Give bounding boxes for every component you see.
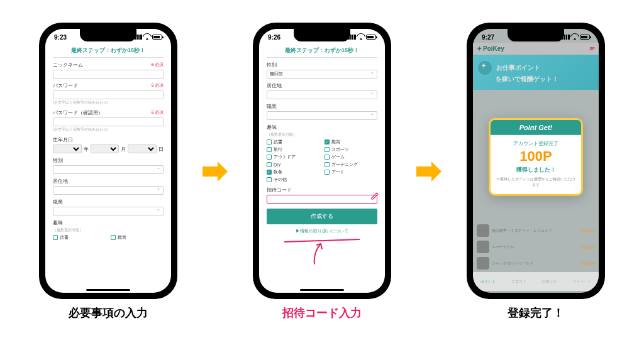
- list-item[interactable]: 謎の館争・ミステリー・レジェンド9000P: [473, 222, 599, 239]
- occupation-select[interactable]: [53, 207, 164, 215]
- create-button[interactable]: 作成する: [267, 209, 377, 224]
- phone-step3: 9:27 ✦ PoiKey 0P お仕事ポイント を稼いで報酬ゲット！ Poin…: [467, 23, 605, 299]
- checkbox-art[interactable]: [325, 170, 330, 175]
- password-input[interactable]: [53, 90, 164, 99]
- arrow-right-icon: [201, 160, 229, 183]
- nickname-label: ニックネーム: [53, 62, 83, 68]
- wifi-icon: [144, 35, 150, 40]
- nav-quest[interactable]: クエスト: [511, 279, 526, 285]
- battery-icon: [366, 35, 376, 40]
- password-confirm-label: パスワード（確認用）: [53, 109, 103, 116]
- dob-day-select[interactable]: [128, 144, 157, 153]
- home-indicator: [300, 289, 344, 291]
- checkbox-food[interactable]: [267, 170, 272, 175]
- gender-label: 性別: [53, 157, 63, 164]
- residence-select[interactable]: [267, 90, 377, 99]
- nickname-input[interactable]: [53, 70, 164, 79]
- modal-subtitle: アカウント登録完了: [496, 140, 576, 147]
- step-title: 最終ステップ：わずか15秒！: [267, 46, 377, 58]
- nav-notice[interactable]: お知らせ: [541, 279, 557, 285]
- caption-step3: 登録完了！: [508, 305, 564, 320]
- residence-label: 居住地: [53, 178, 68, 185]
- checkbox-gardening[interactable]: [325, 162, 330, 167]
- thumb-icon: [477, 224, 489, 237]
- dob-year-select[interactable]: [53, 144, 82, 153]
- invite-code-input[interactable]: [267, 195, 377, 204]
- password-hint: (全文字以上英数字の組み合わせ): [53, 127, 164, 133]
- modal-points: 100P: [496, 148, 576, 165]
- list-item[interactable]: エバーテイル9750P: [473, 239, 599, 255]
- phone-step2: 9:26 最終ステップ：わずか15秒！ 性別無回答 居住地 職業 趣味（複数選択…: [253, 23, 391, 299]
- status-time: 9:26: [268, 34, 280, 41]
- caption-step2: 招待コード入力: [282, 305, 362, 320]
- thumb-icon: [477, 241, 489, 253]
- required-badge: ※必須: [150, 62, 164, 68]
- residence-select[interactable]: [53, 186, 164, 195]
- list-item[interactable]: ジャックポットワールド6000P: [473, 255, 599, 271]
- hobby-label: 趣味: [267, 124, 277, 131]
- password-label: パスワード: [53, 82, 78, 89]
- dob-month-select[interactable]: [91, 144, 119, 153]
- wifi-icon: [358, 35, 364, 40]
- star-icon: [478, 61, 492, 75]
- checkbox-reading[interactable]: [53, 235, 58, 240]
- checkbox-diy[interactable]: [267, 162, 272, 167]
- status-time: 9:23: [54, 34, 67, 41]
- checkbox-sports[interactable]: [325, 147, 330, 152]
- hobby-label: 趣味: [53, 219, 63, 226]
- checkbox-other[interactable]: [267, 177, 272, 182]
- occupation-select[interactable]: [267, 111, 377, 120]
- point-get-modal: Point Get! アカウント登録完了 100P 獲得しました！ ※獲得したポ…: [489, 118, 583, 196]
- checkbox-travel[interactable]: [267, 147, 272, 152]
- home-indicator: [86, 289, 130, 291]
- nav-points[interactable]: ポイント: [480, 279, 496, 285]
- battery-icon: [152, 35, 162, 40]
- gender-label: 性別: [267, 62, 277, 68]
- required-badge: ※必須: [150, 109, 164, 116]
- thumb-icon: [477, 257, 489, 270]
- checkbox-kansho[interactable]: [111, 235, 116, 240]
- gender-select[interactable]: [53, 165, 164, 174]
- checkbox-game[interactable]: [325, 155, 330, 160]
- bottom-nav: ポイント クエスト お知らせ マイページ: [473, 272, 599, 291]
- residence-label: 居住地: [267, 82, 282, 89]
- modal-title: Point Get!: [491, 120, 581, 135]
- notch: [508, 29, 564, 41]
- annotation-arrow-icon: [309, 240, 328, 268]
- pen-icon: [370, 192, 379, 200]
- notch: [80, 29, 136, 41]
- invite-label: 招待コード: [267, 187, 292, 194]
- caption-step1: 必要事項の入力: [69, 305, 148, 320]
- dob-label: 生年月日: [53, 136, 73, 143]
- privacy-link[interactable]: ▶情報の取り扱いについて: [267, 228, 377, 234]
- nav-mypage[interactable]: マイページ: [572, 279, 591, 285]
- phone-step1: 9:23 最終ステップ：わずか15秒！ ニックネーム※必須 パスワード※必須(全…: [39, 23, 177, 299]
- occupation-label: 職業: [267, 103, 277, 110]
- password-confirm-input[interactable]: [53, 117, 164, 126]
- occupation-label: 職業: [53, 199, 63, 205]
- required-badge: ※必須: [150, 82, 164, 89]
- modal-message: 獲得しました！: [496, 166, 576, 174]
- gender-select[interactable]: 無回答: [267, 70, 377, 79]
- arrow-right-icon: [415, 160, 443, 183]
- offer-list: 謎の館争・ミステリー・レジェンド9000P エバーテイル9750P ジャックポッ…: [473, 222, 599, 271]
- notch: [294, 29, 350, 41]
- step-title: 最終ステップ：わずか15秒！: [53, 46, 164, 58]
- checkbox-kansho[interactable]: [325, 139, 330, 144]
- checkbox-reading[interactable]: [267, 139, 272, 144]
- modal-note: ※獲得したポイントは履歴からご確認いただけます: [496, 177, 576, 188]
- checkbox-outdoor[interactable]: [267, 155, 272, 160]
- password-hint: (全文字以上英数字の組み合わせ): [53, 100, 164, 106]
- promo-banner: お仕事ポイント を稼いで報酬ゲット！: [473, 55, 599, 90]
